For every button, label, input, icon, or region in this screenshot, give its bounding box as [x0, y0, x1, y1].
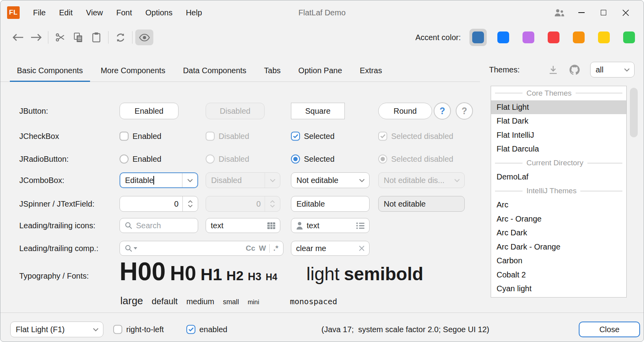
tab-basic-components[interactable]: Basic Components	[10, 59, 90, 81]
tab-tabs[interactable]: Tabs	[257, 59, 288, 81]
close-window-button[interactable]	[615, 0, 637, 25]
github-icon	[569, 65, 580, 75]
checkbox-box	[378, 132, 387, 141]
close-button[interactable]: Close	[579, 322, 640, 337]
accent-swatch-purple[interactable]	[520, 29, 537, 46]
accent-swatch-orange[interactable]	[570, 29, 587, 46]
refresh-button[interactable]	[111, 30, 129, 45]
theme-item-flat-dark[interactable]: Flat Dark	[491, 114, 626, 128]
radio-disabled: Disabled	[206, 155, 249, 164]
checkbox-enabled[interactable]: Enabled	[120, 132, 161, 141]
download-theme-button[interactable]	[545, 62, 562, 78]
menu-view[interactable]: View	[86, 8, 103, 17]
theme-item-cyan-light[interactable]: Cyan light	[491, 282, 626, 296]
themes-label: Themes:	[489, 65, 520, 74]
flatlaf-demo-window: FL FileEditViewFontOptionsHelp FlatLaf D…	[0, 0, 644, 342]
accent-swatch-blue[interactable]	[495, 29, 512, 46]
theme-item-arc-orange[interactable]: Arc - Orange	[491, 212, 626, 226]
regex-toggle[interactable]: .*	[273, 244, 278, 253]
theme-item-flat-darcula[interactable]: Flat Darcula	[491, 142, 626, 156]
copy-button[interactable]	[69, 30, 87, 45]
accent-swatch-green[interactable]	[620, 29, 638, 46]
chevron-down-icon	[188, 205, 193, 208]
checkbox-box	[291, 132, 300, 141]
users-icon[interactable]	[548, 0, 570, 25]
menu-file[interactable]: File	[33, 8, 46, 17]
combobox-editable[interactable]: Editable	[120, 172, 198, 188]
radio-enabled[interactable]: Enabled	[120, 155, 161, 164]
laf-selector-combobox[interactable]: Flat Light (F1)	[10, 322, 103, 337]
tab-more-components[interactable]: More Components	[94, 59, 173, 81]
chevron-down-icon[interactable]	[182, 179, 197, 182]
chevron-down-icon	[265, 179, 280, 182]
help-button-gray[interactable]: ?	[456, 102, 473, 120]
textfield-editable[interactable]: Editable	[291, 196, 370, 212]
minimize-button[interactable]	[570, 0, 592, 25]
theme-item-carbon[interactable]: Carbon	[491, 254, 626, 268]
checkbox-label: Enabled	[132, 132, 161, 141]
right-to-left-checkbox[interactable]: right-to-left	[113, 325, 164, 334]
tab-data-components[interactable]: Data Components	[176, 59, 253, 81]
cut-button[interactable]	[51, 30, 69, 45]
enabled-checkbox[interactable]: enabled	[186, 325, 227, 334]
theme-item-arc[interactable]: Arc	[491, 198, 626, 212]
laf-selector-value: Flat Light (F1)	[16, 325, 88, 334]
spinner-value: 0	[211, 200, 265, 209]
theme-item-flat-intellij[interactable]: Flat IntelliJ	[491, 128, 626, 142]
themes-filter-combobox[interactable]: all	[590, 62, 635, 78]
match-case-toggle[interactable]: Cc	[246, 244, 255, 253]
heading-h00: H00	[120, 257, 166, 286]
spinner-buttons[interactable]	[183, 196, 198, 211]
tab-extras[interactable]: Extras	[353, 59, 389, 81]
github-button[interactable]	[566, 62, 583, 78]
checkbox-selected[interactable]: Selected	[291, 132, 335, 141]
enabled-button[interactable]: Enabled	[120, 103, 178, 119]
theme-item-demolaf[interactable]: DemoLaf	[491, 170, 626, 184]
menu-options[interactable]: Options	[145, 8, 173, 17]
radio-selected[interactable]: Selected	[291, 155, 335, 164]
themes-scrollbar-thumb[interactable]	[630, 88, 638, 137]
jcombobox-row-label: JComboBox:	[19, 176, 64, 185]
spinner[interactable]: 0	[120, 196, 198, 212]
search-field[interactable]: Search	[120, 218, 198, 233]
search-icon	[125, 222, 132, 229]
typography-row-label: Typography / Fonts:	[19, 272, 89, 281]
whole-word-toggle[interactable]: W	[259, 244, 266, 253]
forward-button[interactable]	[27, 30, 45, 45]
text-field-user-list-icons[interactable]: text	[291, 218, 370, 233]
theme-item-arc-dark-orange[interactable]: Arc Dark - Orange	[491, 240, 626, 254]
accent-swatch-steel-blue[interactable]	[469, 29, 487, 46]
chevron-down-icon[interactable]	[354, 179, 369, 182]
round-button[interactable]: Round	[378, 103, 432, 119]
chevron-down-icon[interactable]	[88, 328, 103, 331]
tab-option-pane[interactable]: Option Pane	[291, 59, 349, 81]
theme-item-arc-dark[interactable]: Arc Dark	[491, 226, 626, 240]
theme-item-cobalt-2[interactable]: Cobalt 2	[491, 268, 626, 282]
square-button[interactable]: Square	[291, 103, 345, 119]
size-large-sample: large	[120, 295, 143, 307]
menu-help[interactable]: Help	[186, 8, 202, 17]
menu-edit[interactable]: Edit	[59, 8, 72, 17]
checkbox-disabled: Disabled	[206, 132, 249, 141]
maximize-button[interactable]	[592, 0, 615, 25]
clearable-field[interactable]: clear me	[291, 241, 370, 256]
accent-swatch-red[interactable]	[545, 29, 562, 46]
themes-list: Core ThemesFlat LightFlat DarkFlat Intel…	[491, 86, 627, 298]
checkbox-box	[206, 132, 215, 141]
help-button-blue[interactable]: ?	[434, 102, 451, 120]
theme-item-flat-light[interactable]: Flat Light	[491, 100, 626, 115]
search-field-with-options[interactable]: Cc W .*	[120, 241, 283, 256]
show-hidden-toggle[interactable]	[135, 30, 153, 45]
text-field-table-icon[interactable]: text	[206, 218, 280, 233]
checkbox-label: right-to-left	[126, 325, 164, 334]
checkbox-box	[186, 325, 195, 334]
accent-swatch-yellow[interactable]	[595, 29, 613, 46]
theme-item-dark-flat[interactable]: Dark Flat	[491, 296, 626, 298]
menu-font[interactable]: Font	[116, 8, 132, 17]
title-bar: FL FileEditViewFontOptionsHelp FlatLaf D…	[0, 0, 644, 25]
combobox-not-editable[interactable]: Not editable	[291, 172, 370, 188]
paste-button[interactable]	[87, 30, 105, 45]
search-with-dropdown-icon[interactable]	[125, 244, 137, 252]
back-button[interactable]	[9, 30, 27, 45]
radio-label: Selected disabled	[391, 155, 453, 164]
